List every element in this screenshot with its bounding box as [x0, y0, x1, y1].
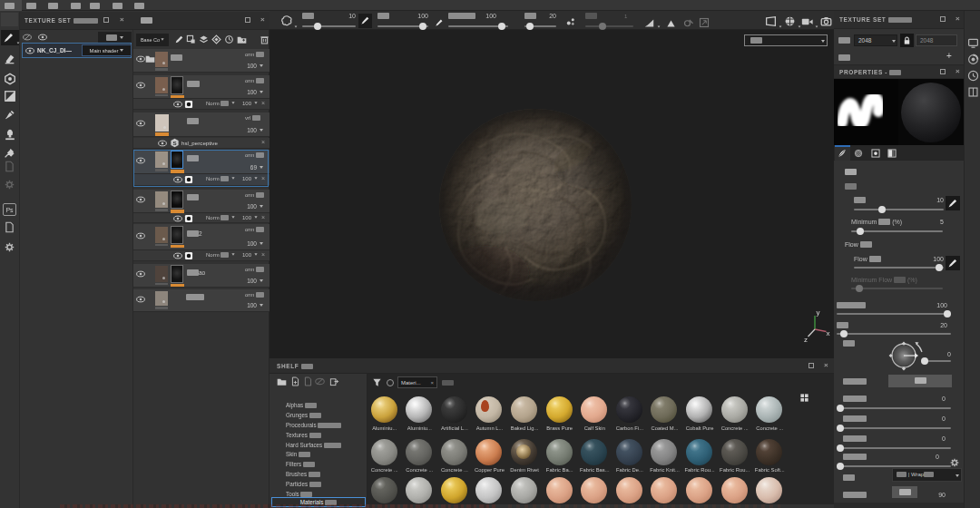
- svg-text:x: x: [827, 329, 830, 337]
- svg-text:S: S: [172, 140, 176, 146]
- svg-text:y: y: [817, 308, 820, 317]
- svg-text:z: z: [804, 336, 808, 344]
